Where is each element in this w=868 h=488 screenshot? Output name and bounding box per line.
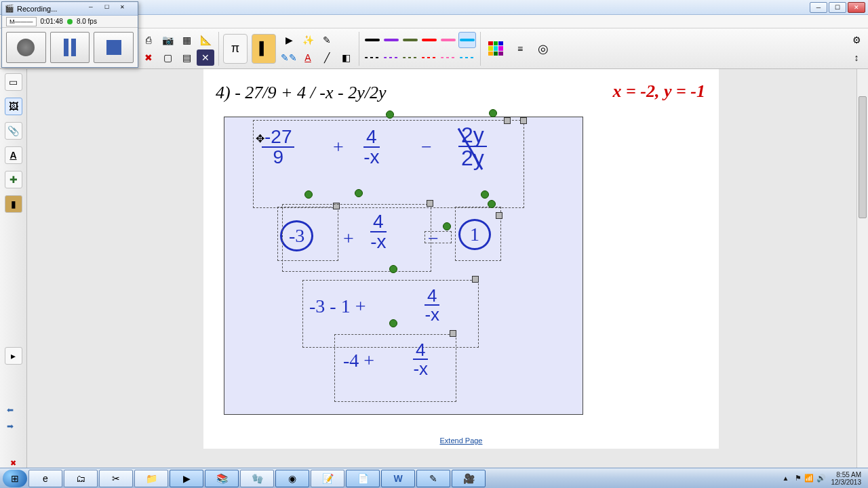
task-books[interactable]: 📚 — [205, 470, 239, 487]
record-button[interactable] — [6, 32, 46, 63]
activity-tab[interactable]: ▮ — [5, 195, 22, 213]
notes-button[interactable]: ▌ — [252, 34, 276, 64]
start-button[interactable]: ⊞ — [3, 470, 27, 487]
task-explorer[interactable]: 🗂 — [64, 470, 98, 487]
trash-icon[interactable]: ✖ — [9, 458, 18, 468]
pen-dashed-2[interactable] — [382, 49, 400, 66]
work-area[interactable]: -27 9 + 4 -x − 2y 2y — [224, 117, 583, 415]
vertical-scrollbar[interactable] — [856, 69, 868, 468]
task-ie[interactable]: e — [28, 470, 62, 487]
rec-minimize-button[interactable]: ─ — [89, 4, 104, 14]
task-notes[interactable]: 📝 — [311, 470, 344, 487]
tray-expand-icon[interactable]: ▲ — [783, 474, 789, 482]
table-icon[interactable]: ▦ — [178, 32, 195, 48]
notebook-page[interactable]: 4) - 27/9 + 4 / -x - 2y/2y x = -2, y = -… — [203, 69, 719, 449]
line-icon[interactable]: ╱ — [318, 49, 336, 66]
delete-icon[interactable]: ✖ — [140, 49, 157, 66]
tray-flag-icon[interactable]: ⚑ — [795, 474, 802, 483]
screen-capture-icon[interactable]: ⎙ — [140, 32, 157, 48]
pen-dashed-3[interactable] — [401, 49, 419, 66]
pens-icon[interactable]: ✎✎ — [280, 49, 298, 66]
rotate-handle-1b[interactable] — [489, 109, 497, 117]
properties-tab[interactable]: A — [5, 146, 22, 164]
pen-purple[interactable] — [382, 32, 400, 48]
recording-window[interactable]: 🎬 Recording... ─ ☐ ✕ M——— 0:01:48 8.0 fp… — [1, 1, 138, 68]
menu-handle-2b[interactable] — [427, 200, 433, 207]
rotate-handle-2d[interactable] — [443, 222, 451, 230]
math-tools-button[interactable]: π — [223, 34, 248, 64]
rotate-handle-2f[interactable] — [488, 200, 496, 208]
close-button[interactable]: ✕ — [848, 2, 865, 13]
tray-volume-icon[interactable]: 🔊 — [816, 474, 826, 483]
next-page-arrow[interactable]: ➡ — [7, 422, 20, 431]
task-word[interactable]: W — [381, 470, 415, 487]
expand-tab[interactable]: ▸ — [5, 347, 22, 365]
move-toolbar-icon[interactable]: ↕ — [849, 50, 864, 65]
menu-handle-3[interactable] — [472, 276, 479, 283]
stop-button[interactable] — [94, 32, 134, 63]
pen-olive[interactable] — [401, 32, 419, 48]
pointer-icon[interactable]: ▶ — [280, 32, 298, 48]
task-chrome[interactable]: ◉ — [275, 470, 309, 487]
resize-handle-1[interactable] — [504, 117, 511, 124]
task-media[interactable]: ▶ — [170, 470, 203, 487]
canvas-area[interactable]: 4) - 27/9 + 4 / -x - 2y/2y x = -2, y = -… — [27, 69, 868, 468]
task-recorder[interactable]: 🎥 — [452, 470, 486, 487]
pen-pink[interactable] — [439, 32, 457, 48]
ruler-icon[interactable]: 📐 — [197, 32, 214, 48]
attachments-tab[interactable]: 📎 — [5, 122, 22, 140]
selection-box-2c[interactable] — [425, 231, 452, 243]
transparency-button[interactable]: ◎ — [534, 34, 553, 64]
pen-dashed-6[interactable] — [458, 49, 476, 66]
settings-gear-icon[interactable]: ⚙ — [849, 33, 864, 47]
recording-menu-dropdown[interactable]: M——— — [6, 17, 37, 26]
grid-icon[interactable]: ▤ — [178, 49, 195, 66]
screen-shade-icon[interactable]: ▢ — [159, 49, 176, 66]
close-tool-icon[interactable]: ✕ — [197, 49, 214, 66]
pen-black[interactable] — [363, 32, 381, 48]
rotate-handle-2c[interactable] — [389, 265, 397, 273]
maximize-button[interactable]: ☐ — [829, 2, 846, 13]
menu-handle-1[interactable] — [520, 117, 527, 124]
rec-maximize-button[interactable]: ☐ — [104, 4, 119, 14]
magic-pen-icon[interactable]: ✨ — [299, 32, 317, 48]
pen-blue[interactable] — [458, 32, 476, 48]
minimize-button[interactable]: ─ — [810, 2, 827, 13]
gallery-tab[interactable]: 🖼 — [5, 98, 22, 115]
pen-dashed-5[interactable] — [439, 49, 457, 66]
selection-box-4[interactable] — [334, 334, 456, 402]
extend-page-link[interactable]: Extend Page — [440, 436, 483, 445]
selection-box-2d[interactable] — [455, 207, 501, 261]
shape-recognition-icon[interactable]: ✎ — [318, 32, 336, 48]
camera-icon[interactable]: 📷 — [159, 32, 176, 48]
task-notebook[interactable]: ✎ — [416, 470, 450, 487]
rotate-handle-1[interactable] — [386, 110, 394, 119]
menu-handle-2d[interactable] — [496, 212, 502, 219]
recording-titlebar[interactable]: 🎬 Recording... ─ ☐ ✕ — [2, 2, 138, 16]
prev-page-arrow[interactable]: ⬅ — [7, 405, 20, 415]
rotate-handle-2b[interactable] — [355, 189, 363, 197]
addons-tab[interactable]: ✚ — [5, 171, 22, 188]
task-doc[interactable]: 📄 — [346, 470, 380, 487]
pen-dashed-4[interactable] — [420, 49, 438, 66]
tray-clock[interactable]: 8:55 AM 12/3/2013 — [831, 471, 862, 486]
rec-close-button[interactable]: ✕ — [120, 4, 135, 14]
rotate-handle-2a[interactable] — [304, 190, 313, 199]
page-sorter-tab[interactable]: ▭ — [5, 73, 22, 91]
text-icon[interactable]: A — [299, 49, 317, 66]
rotate-handle-2e[interactable] — [481, 190, 489, 199]
selection-box-2b[interactable] — [282, 204, 431, 272]
task-folder[interactable]: 📁 — [134, 470, 168, 487]
tray-network-icon[interactable]: 📶 — [804, 474, 814, 483]
pen-dashed-1[interactable] — [363, 49, 381, 66]
rotate-handle-3[interactable] — [389, 319, 397, 327]
task-glove[interactable]: 🧤 — [240, 470, 274, 487]
eraser-icon[interactable]: ◧ — [337, 49, 355, 66]
pause-button[interactable] — [50, 32, 90, 63]
scroll-thumb[interactable] — [859, 96, 867, 218]
menu-handle-4[interactable] — [450, 330, 456, 337]
color-picker-button[interactable] — [485, 34, 507, 64]
line-style-button[interactable]: ≡ — [511, 34, 530, 64]
pen-red[interactable] — [420, 32, 438, 48]
task-snip[interactable]: ✂ — [99, 470, 133, 487]
